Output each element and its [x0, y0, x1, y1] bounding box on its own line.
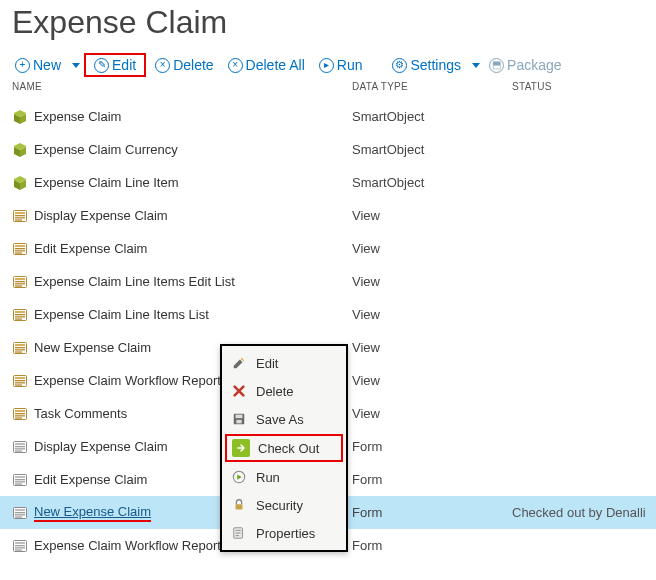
svg-rect-44	[15, 483, 22, 484]
settings-dropdown-caret[interactable]	[472, 63, 480, 68]
package-label: Package	[507, 57, 561, 73]
svg-rect-31	[15, 410, 25, 412]
run-button[interactable]: ▸ Run	[314, 55, 368, 75]
package-icon: ⬒	[489, 58, 504, 73]
pencil-icon	[230, 354, 248, 372]
svg-rect-24	[15, 351, 22, 352]
edit-button[interactable]: ✎ Edit	[89, 55, 141, 75]
gear-icon: ⚙	[392, 58, 407, 73]
play-icon	[230, 468, 248, 486]
item-type: View	[352, 406, 512, 421]
table-row[interactable]: Expense Claim CurrencySmartObject	[0, 133, 656, 166]
svg-rect-49	[15, 516, 22, 517]
table-row[interactable]: Display Expense ClaimView	[0, 199, 656, 232]
svg-rect-41	[15, 476, 25, 478]
item-name: Task Comments	[34, 406, 127, 421]
new-button[interactable]: + New	[10, 55, 66, 75]
item-type: View	[352, 208, 512, 223]
item-name: New Expense Claim	[34, 504, 151, 519]
svg-rect-42	[15, 479, 25, 480]
ctx-check-out[interactable]: Check Out	[225, 434, 343, 462]
svg-rect-37	[15, 446, 25, 447]
ctx-save-as-label: Save As	[256, 412, 304, 427]
table-row[interactable]: Edit Expense ClaimView	[0, 232, 656, 265]
svg-rect-56	[236, 415, 243, 419]
svg-rect-54	[15, 549, 22, 550]
new-dropdown-caret[interactable]	[72, 63, 80, 68]
svg-rect-3	[15, 217, 25, 218]
settings-button[interactable]: ⚙ Settings	[387, 55, 466, 75]
svg-rect-51	[15, 542, 25, 544]
ctx-delete[interactable]: Delete	[222, 377, 346, 405]
delete-label: Delete	[173, 57, 213, 73]
table-row[interactable]: Expense ClaimSmartObject	[0, 100, 656, 133]
svg-rect-34	[15, 417, 22, 418]
ctx-security[interactable]: Security	[222, 491, 346, 519]
table-row[interactable]: Expense Claim Line Items ListView	[0, 298, 656, 331]
svg-rect-9	[15, 252, 22, 253]
table-row[interactable]: Expense Claim Line Items Edit ListView	[0, 265, 656, 298]
view-icon	[12, 208, 28, 224]
col-name-header[interactable]: NAME	[12, 81, 352, 92]
delete-icon: ×	[155, 58, 170, 73]
new-label: New	[33, 57, 61, 73]
svg-rect-16	[15, 311, 25, 313]
item-name: New Expense Claim	[34, 340, 151, 355]
svg-rect-53	[15, 547, 25, 548]
item-type: Form	[352, 439, 512, 454]
svg-rect-22	[15, 347, 25, 348]
svg-rect-59	[236, 504, 243, 509]
item-name: Edit Expense Claim	[34, 241, 147, 256]
svg-rect-46	[15, 509, 25, 511]
svg-rect-47	[15, 512, 25, 513]
svg-rect-19	[15, 318, 22, 319]
item-name: Expense Claim	[34, 109, 121, 124]
svg-rect-48	[15, 514, 25, 515]
table-row[interactable]: Expense Claim Line ItemSmartObject	[0, 166, 656, 199]
smartobject-icon	[12, 142, 28, 158]
svg-rect-32	[15, 413, 25, 414]
svg-rect-18	[15, 316, 25, 317]
run-label: Run	[337, 57, 363, 73]
page-title: Expense Claim	[12, 4, 644, 41]
svg-rect-8	[15, 250, 25, 251]
properties-icon	[230, 524, 248, 542]
col-status-header[interactable]: STATUS	[512, 81, 646, 92]
item-type: View	[352, 340, 512, 355]
play-icon: ▸	[319, 58, 334, 73]
view-icon	[12, 274, 28, 290]
delete-all-label: Delete All	[246, 57, 305, 73]
x-icon	[230, 382, 248, 400]
form-icon	[12, 439, 28, 455]
item-type: Form	[352, 538, 512, 553]
item-type: View	[352, 241, 512, 256]
delete-all-button[interactable]: × Delete All	[223, 55, 310, 75]
item-type: SmartObject	[352, 175, 512, 190]
ctx-edit[interactable]: Edit	[222, 349, 346, 377]
item-type: View	[352, 274, 512, 289]
col-type-header[interactable]: DATA TYPE	[352, 81, 512, 92]
context-menu: Edit Delete Save As Check Out Run Securi…	[220, 344, 348, 552]
toolbar: + New ✎ Edit × Delete × Delete All ▸ Run…	[0, 49, 656, 79]
plus-icon: +	[15, 58, 30, 73]
ctx-save-as[interactable]: Save As	[222, 405, 346, 433]
view-icon	[12, 340, 28, 356]
ctx-run[interactable]: Run	[222, 463, 346, 491]
svg-rect-39	[15, 450, 22, 451]
svg-rect-38	[15, 448, 25, 449]
delete-button[interactable]: × Delete	[150, 55, 218, 75]
view-icon	[12, 307, 28, 323]
ctx-properties[interactable]: Properties	[222, 519, 346, 547]
item-type: Form	[352, 472, 512, 487]
item-name: Expense Claim Workflow Reports	[34, 538, 227, 553]
item-name: Expense Claim Line Items Edit List	[34, 274, 235, 289]
item-type: SmartObject	[352, 109, 512, 124]
svg-rect-6	[15, 245, 25, 247]
package-button[interactable]: ⬒ Package	[484, 55, 566, 75]
smartobject-icon	[12, 109, 28, 125]
item-name: Expense Claim Line Items List	[34, 307, 209, 322]
svg-rect-23	[15, 349, 25, 350]
form-icon	[12, 538, 28, 554]
lock-icon	[230, 496, 248, 514]
view-icon	[12, 241, 28, 257]
